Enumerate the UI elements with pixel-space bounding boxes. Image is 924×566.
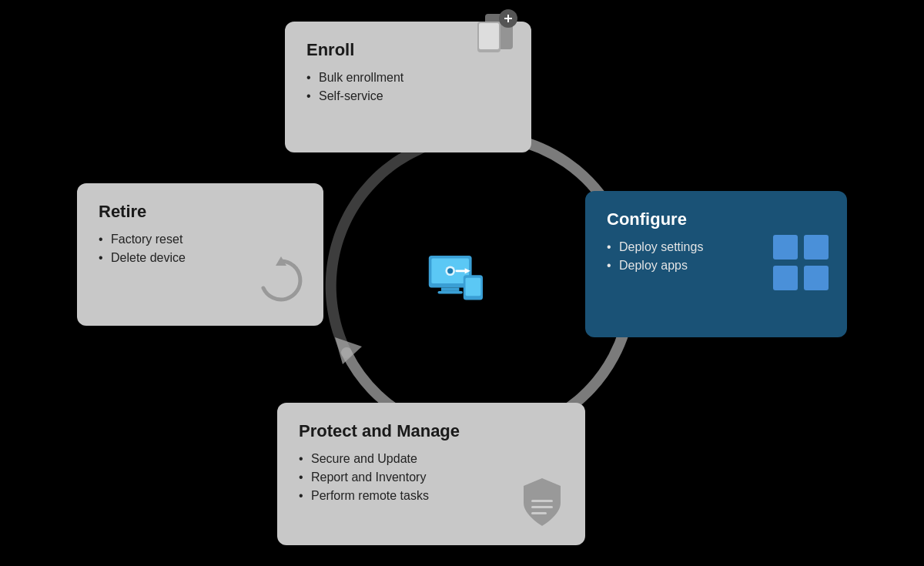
retire-item-1: Factory reset [99, 233, 302, 246]
retire-title: Retire [99, 202, 302, 222]
protect-item-1: Secure and Update [299, 452, 564, 466]
enroll-item-2: Self-service [306, 89, 510, 103]
protect-item-3: Perform remote tasks [299, 489, 564, 503]
enroll-icon [471, 8, 524, 63]
center-icon [427, 249, 497, 318]
svg-rect-18 [438, 290, 463, 293]
protect-title: Protect and Manage [299, 421, 564, 441]
protect-item-2: Report and Inventory [299, 471, 564, 484]
svg-point-22 [447, 268, 453, 273]
svg-rect-20 [466, 277, 481, 295]
lifecycle-diagram: Enroll Bulk enrollment Self-service Conf… [77, 22, 847, 545]
configure-item-2: Deploy apps [607, 259, 825, 273]
svg-rect-17 [441, 287, 459, 291]
retire-list: Factory reset Delete device [99, 233, 302, 265]
svg-rect-12 [531, 506, 553, 508]
enroll-card: Enroll Bulk enrollment Self-service [285, 22, 531, 152]
svg-rect-13 [531, 512, 547, 514]
configure-card: Configure Deploy settings Deploy apps [585, 191, 847, 337]
configure-item-1: Deploy settings [607, 240, 825, 254]
retire-card: Retire Factory reset Delete device [77, 183, 323, 326]
svg-rect-3 [479, 23, 499, 49]
protect-list: Secure and Update Report and Inventory P… [299, 452, 564, 503]
svg-rect-6 [504, 18, 512, 19]
enroll-item-1: Bulk enrollment [306, 71, 510, 85]
configure-title: Configure [607, 209, 825, 229]
retire-item-2: Delete device [99, 251, 302, 265]
protect-card: Protect and Manage Secure and Update Rep… [277, 403, 585, 545]
enroll-list: Bulk enrollment Self-service [306, 71, 510, 103]
